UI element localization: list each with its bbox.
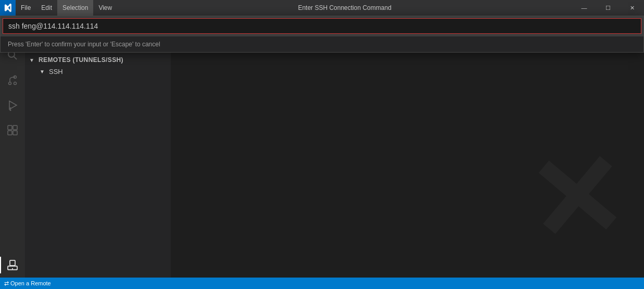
- activity-source-control-icon[interactable]: [0, 68, 25, 93]
- title-bar-left: File Edit Selection View: [0, 0, 117, 16]
- watermark-x-icon: ✕: [523, 138, 628, 260]
- ssh-command-input[interactable]: [3, 18, 641, 34]
- status-remote-item[interactable]: ⇄ Open a Remote: [0, 278, 55, 289]
- command-palette: Press 'Enter' to confirm your input or '…: [0, 16, 644, 53]
- svg-point-8: [10, 109, 11, 111]
- maximize-button[interactable]: ☐: [596, 0, 620, 16]
- svg-rect-9: [8, 125, 12, 130]
- remotes-label: REMOTES (TUNNELS/SSH): [39, 56, 123, 64]
- menu-view[interactable]: View: [93, 0, 117, 16]
- window-title: Enter SSH Connection Command: [117, 4, 572, 11]
- svg-rect-11: [8, 131, 12, 135]
- activity-bar: [0, 16, 25, 278]
- main-area: ✕: [171, 16, 644, 278]
- vscode-watermark: ✕: [527, 142, 623, 257]
- menu-edit[interactable]: Edit: [36, 0, 57, 16]
- close-button[interactable]: ✕: [620, 0, 644, 16]
- tree-section-remotes: ▼ REMOTES (TUNNELS/SSH) ▼ SSH: [25, 52, 171, 79]
- svg-line-1: [14, 57, 17, 60]
- svg-rect-14: [10, 260, 15, 266]
- svg-point-15: [12, 268, 13, 269]
- svg-rect-12: [13, 131, 17, 135]
- title-bar-right: — ☐ ✕: [572, 0, 644, 16]
- menu-selection[interactable]: Selection: [57, 0, 93, 16]
- svg-point-4: [14, 82, 17, 85]
- status-bar: ⇄ Open a Remote: [0, 278, 644, 289]
- title-bar: File Edit Selection View Enter SSH Conne…: [0, 0, 644, 16]
- tree-remotes-header[interactable]: ▼ REMOTES (TUNNELS/SSH): [25, 54, 171, 66]
- svg-rect-10: [13, 125, 17, 130]
- ssh-label: SSH: [49, 68, 63, 76]
- chevron-down-icon: ▼: [29, 57, 37, 63]
- tree-ssh-item[interactable]: ▼ SSH: [25, 66, 171, 77]
- menu-file[interactable]: File: [16, 0, 36, 16]
- activity-extensions-icon[interactable]: [0, 118, 25, 143]
- activity-remote-icon[interactable]: [0, 253, 25, 278]
- command-input-wrapper: [1, 16, 643, 36]
- status-left: ⇄ Open a Remote: [0, 278, 55, 289]
- chevron-right-icon: ▼: [40, 69, 48, 74]
- vscode-logo: [0, 0, 16, 16]
- command-hint-text: Press 'Enter' to confirm your input or '…: [1, 36, 643, 52]
- command-palette-inner: Press 'Enter' to confirm your input or '…: [0, 16, 644, 53]
- activity-run-icon[interactable]: [0, 93, 25, 118]
- sidebar: REMOTE EXPLORER Remo ▼ REMOTES (TUNNELS/…: [25, 16, 171, 278]
- minimize-button[interactable]: —: [572, 0, 596, 16]
- svg-point-2: [9, 82, 11, 85]
